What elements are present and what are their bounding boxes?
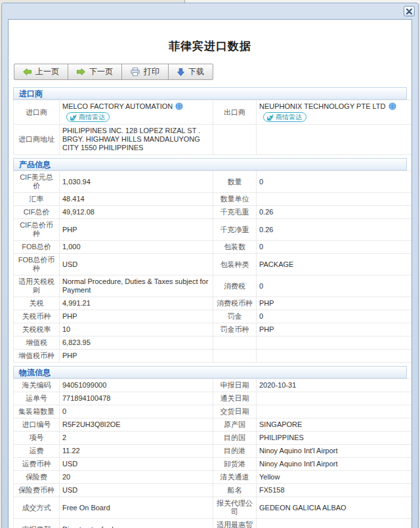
table-row: 关税4,991.21消费税币种PHP xyxy=(14,297,413,310)
field-label: 适用最惠贸易协议 xyxy=(213,519,257,528)
field-value-text: USD xyxy=(62,260,77,268)
field-value: Normal Procedure, Duties & Taxes subject… xyxy=(60,275,213,297)
field-value-text: 20 xyxy=(62,473,70,481)
field-value: 1,030.94 xyxy=(60,171,213,193)
field-value-text: GEDEON GALICIA ALBAO xyxy=(259,504,346,512)
field-value: 10 xyxy=(60,323,213,336)
field-value: USD xyxy=(60,458,213,471)
field-value-text: 10 xyxy=(62,325,70,333)
field-label: 项号 xyxy=(14,432,60,445)
field-label: CIF总价币种 xyxy=(14,219,60,241)
arrow-right-icon xyxy=(77,68,85,75)
table-row: 成交方式Free On Board报关代理公司GEDEON GALICIA AL… xyxy=(14,497,413,519)
field-value-text: 0 xyxy=(62,407,66,415)
field-value-text: PACKAGE xyxy=(259,260,293,268)
field-value-text: 771894100478 xyxy=(62,394,110,402)
field-value: 2 xyxy=(60,432,213,445)
field-label: 成交方式 xyxy=(14,497,60,519)
table-row: 汇率48.414数量单位 xyxy=(14,193,413,206)
print-label: 打印 xyxy=(144,66,159,77)
field-label: 进口商 xyxy=(14,100,60,125)
table-row: CIF美元总价1,030.94数量0 xyxy=(14,171,413,193)
table-row: 运单号771894100478通关日期 xyxy=(14,392,413,405)
field-value: 2020-10-31 xyxy=(257,379,413,392)
field-value: PHP xyxy=(60,219,213,241)
table-row: 运费11.22目的港Ninoy Aquino Int'l Airport xyxy=(14,445,413,458)
field-value-text: Yellow xyxy=(259,473,280,481)
field-value: Ninoy Aquino Int'l Airport xyxy=(257,445,413,458)
field-value: PACKAGE xyxy=(257,254,413,275)
section-header-product: 产品信息 xyxy=(13,158,407,171)
field-label: 汇率 xyxy=(14,193,60,206)
field-value-text: USD xyxy=(62,486,77,494)
field-value: 49,912.08 xyxy=(60,206,213,219)
radar-badge-label: 商情雷达 xyxy=(79,113,105,121)
field-value: PHP xyxy=(60,310,213,323)
field-value: MELCO FACTORY AUTOMATION商情雷达 xyxy=(60,100,213,125)
globe-icon[interactable] xyxy=(388,102,396,112)
field-label: 清关通道 xyxy=(213,471,257,484)
field-label: FOB总价 xyxy=(14,241,60,254)
import-data-dialog: 菲律宾进口数据 上一页 下一页 打印 下载 进口商进口商MELCO FACTOR… xyxy=(1,3,419,528)
field-value xyxy=(257,350,413,363)
close-icon[interactable] xyxy=(404,6,415,16)
download-button[interactable]: 下载 xyxy=(168,64,213,80)
section-table-product: CIF美元总价1,030.94数量0汇率48.414数量单位CIF总价49,91… xyxy=(13,171,412,363)
field-value: 94051099000 xyxy=(60,379,213,392)
table-row: CIF总价49,912.08千克毛重0.26 xyxy=(14,206,413,219)
prev-page-button[interactable]: 上一页 xyxy=(14,64,68,80)
arrow-left-icon xyxy=(23,68,32,75)
table-row: 海关编码94051099000申报日期2020-10-31 xyxy=(14,379,413,392)
field-label: 增值税币种 xyxy=(14,350,60,363)
download-label: 下载 xyxy=(188,66,204,77)
field-value: 0 xyxy=(257,171,413,193)
field-value: 0 xyxy=(60,405,213,418)
field-label xyxy=(213,350,257,363)
field-value xyxy=(257,193,413,206)
field-label: 原产国 xyxy=(213,418,257,432)
field-value: PHP xyxy=(257,323,413,336)
table-row: 进口商MELCO FACTORY AUTOMATION商情雷达出口商NEUPHO… xyxy=(14,100,413,125)
field-value: FX5158 xyxy=(257,484,413,497)
radar-badge[interactable]: 商情雷达 xyxy=(263,112,306,122)
field-value: 6,823.95 xyxy=(60,336,213,350)
field-value-text: 4,991.21 xyxy=(62,299,91,307)
radar-badge[interactable]: 商情雷达 xyxy=(66,112,110,122)
field-label: 消费税 xyxy=(213,275,257,297)
field-value: 1,000 xyxy=(60,241,213,254)
print-button[interactable]: 打印 xyxy=(121,64,169,80)
field-value: PHP xyxy=(60,350,213,363)
field-label: 包装数 xyxy=(213,241,257,254)
field-label: 罚金 xyxy=(213,310,257,323)
toolbar: 上一页 下一页 打印 下载 xyxy=(14,64,213,80)
field-value: 48.414 xyxy=(60,193,213,206)
field-label: 目的国 xyxy=(213,432,257,445)
field-label: 数量单位 xyxy=(213,193,257,206)
next-page-label: 下一页 xyxy=(89,66,113,77)
field-label: 出口商 xyxy=(213,100,257,125)
field-value: 0 xyxy=(257,310,413,323)
field-label xyxy=(213,336,257,350)
next-page-button[interactable]: 下一页 xyxy=(68,64,122,80)
field-label: 海关编码 xyxy=(14,379,60,392)
arrow-down-icon xyxy=(177,68,184,76)
field-value-text: Direct entry for home use xyxy=(62,525,144,528)
sections-container: 进口商进口商MELCO FACTORY AUTOMATION商情雷达出口商NEU… xyxy=(9,87,411,528)
table-row: 进口商地址PHILIPPINES INC. 128 LOPEZ RIZAL ST… xyxy=(14,125,413,155)
field-value: 20 xyxy=(60,471,213,484)
field-value: 4,991.21 xyxy=(60,297,213,310)
field-label: 数量 xyxy=(213,171,257,193)
table-row: 保险费20清关通道Yellow xyxy=(14,471,413,484)
field-value-text: SINGAPORE xyxy=(259,420,302,428)
field-value-text: 1,030.94 xyxy=(62,178,91,186)
field-label: 增值税 xyxy=(14,336,60,350)
dialog-titlebar[interactable] xyxy=(2,3,418,19)
field-label: 关税税率 xyxy=(14,323,60,336)
field-label: 申报日期 xyxy=(213,379,257,392)
field-value: PHILIPPINES xyxy=(257,432,413,445)
table-row: 增值税6,823.95 xyxy=(14,336,413,350)
field-value-text: Normal Procedure, Duties & Taxes subject… xyxy=(62,277,208,294)
field-label: 关税 xyxy=(14,297,60,310)
field-label: 船名 xyxy=(213,484,257,497)
globe-icon[interactable] xyxy=(175,102,183,112)
